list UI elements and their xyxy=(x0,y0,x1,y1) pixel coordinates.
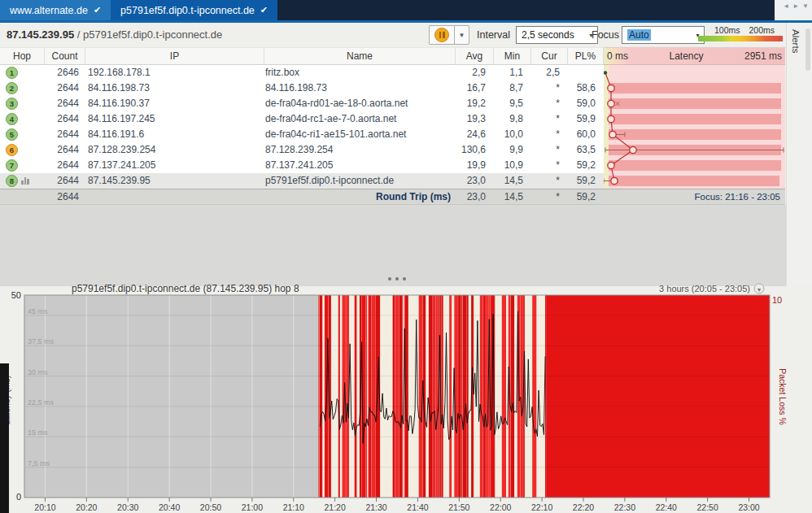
graph-range-label[interactable]: 3 hours (20:05 - 23:05) xyxy=(659,284,750,293)
timeline-graph-panel: 45 ms37,5 ms30 ms22,5 ms15 ms7,5 ms20:10… xyxy=(0,286,812,513)
column-header-hop[interactable]: Hop xyxy=(0,48,45,64)
column-header-cur[interactable]: Cur xyxy=(531,48,568,64)
table-row-hop-2[interactable]: 2264484.116.198.7384.116.198.7316,78,7*5… xyxy=(0,80,604,96)
table-row-hop-7[interactable]: 7264487.137.241.20587.137.241.20519,910,… xyxy=(0,158,604,173)
pause-button[interactable] xyxy=(429,25,454,45)
avg-cell: 2,9 xyxy=(456,65,494,80)
latency-color-legend: 100ms 200ms xyxy=(698,25,783,41)
svg-text:30 ms: 30 ms xyxy=(28,368,48,376)
tab-menu-icon[interactable]: ▼ xyxy=(802,2,809,10)
table-row-hop-8[interactable]: 8264487.145.239.95p5791ef5f.dip0.t-ipcon… xyxy=(0,173,604,189)
svg-text:37,5 ms: 37,5 ms xyxy=(28,337,55,346)
hop-status-icon: 2 xyxy=(6,82,18,94)
svg-text:22:50: 22:50 xyxy=(697,502,718,512)
name-cell: p5791ef5f.dip0.t-ipconnect.de xyxy=(264,173,456,189)
pause-icon xyxy=(434,28,449,42)
svg-text:15 ms: 15 ms xyxy=(28,428,48,437)
interval-label: Interval xyxy=(477,29,510,41)
count-cell: 2644 xyxy=(45,111,85,127)
trace-control-group: ▼ xyxy=(429,25,469,45)
column-header-pl[interactable]: PL% xyxy=(568,48,604,64)
name-cell: 84.116.198.73 xyxy=(264,80,456,96)
hop-cell: 6 xyxy=(0,142,45,158)
hop-status-icon: 6 xyxy=(6,144,18,156)
ip-cell: 84.116.190.37 xyxy=(85,96,264,111)
splitter-area[interactable] xyxy=(0,205,786,286)
pause-dropdown-button[interactable]: ▼ xyxy=(454,25,469,45)
count-cell: 2644 xyxy=(45,96,85,111)
alerts-scrollbar[interactable] xyxy=(805,28,810,71)
tab-bar: www.alternate.de ✔ p5791ef5f.dip0.t-ipco… xyxy=(0,0,775,20)
interval-select[interactable]: 2,5 seconds ▼ xyxy=(516,26,598,44)
tab-label: p5791ef5f.dip0.t-ipconnect.de xyxy=(120,5,255,16)
min-cell: 10,9 xyxy=(494,158,531,173)
tab-scroll-right-icon[interactable]: ► xyxy=(792,2,799,10)
focus-label: Focus xyxy=(592,29,619,41)
svg-text:10: 10 xyxy=(772,295,782,305)
tab-label: www.alternate.de xyxy=(10,5,88,16)
splitter-dots-icon[interactable] xyxy=(388,277,406,280)
svg-text:20:10: 20:10 xyxy=(34,502,55,512)
column-header-min[interactable]: Min xyxy=(494,48,531,64)
hop-status-icon: 4 xyxy=(6,113,18,125)
column-header-name[interactable]: Name xyxy=(264,48,456,64)
summary-min: 14,5 xyxy=(494,189,531,204)
hop-cell: 8 xyxy=(0,173,45,189)
table-header: HopCountIPNameAvgMinCurPL% xyxy=(0,47,604,65)
name-cell: de-fra04c-ri1-ae15-101.aorta.net xyxy=(264,127,456,142)
column-header-avg[interactable]: Avg xyxy=(456,48,494,64)
ip-cell: 87.145.239.95 xyxy=(85,173,264,189)
table-row-hop-6[interactable]: 6264487.128.239.25487.128.239.254130,69,… xyxy=(0,142,604,158)
svg-text:50: 50 xyxy=(11,290,21,300)
legend-200ms-label: 200ms xyxy=(749,25,775,35)
graph-title: p5791ef5f.dip0.t-ipconnect.de (87.145.23… xyxy=(72,283,299,294)
tab-scroll-left-icon[interactable]: ◄ xyxy=(783,2,789,10)
min-cell: 9,8 xyxy=(494,111,531,127)
latency-gradient-bar xyxy=(698,36,783,41)
pl-cell: 59,0 xyxy=(568,96,604,111)
table-row-hop-4[interactable]: 4264484.116.197.245de-fra04d-rc1-ae-7-0.… xyxy=(0,111,604,127)
hop-table-body: 12646192.168.178.1fritz.box2,91,12,52264… xyxy=(0,65,604,189)
tab-p5791ef5f[interactable]: p5791ef5f.dip0.t-ipconnect.de ✔ xyxy=(111,0,277,20)
latency-min-label: 0 ms xyxy=(607,50,628,62)
tab-www-alternate-de[interactable]: www.alternate.de ✔ xyxy=(0,0,111,20)
count-cell: 2644 xyxy=(45,158,85,173)
svg-text:22:30: 22:30 xyxy=(614,502,635,512)
column-header-ip[interactable]: IP xyxy=(85,48,264,64)
cur-cell: * xyxy=(531,111,568,127)
count-cell: 2644 xyxy=(45,80,85,96)
round-trip-summary-row: 2644 Round Trip (ms) 23,0 14,5 * 59,2 Fo… xyxy=(0,189,785,205)
summary-cur: * xyxy=(531,189,568,204)
tab-scroll-controls: ◄ ► ▼ xyxy=(775,0,812,20)
name-cell: de-fra04d-rc1-ae-7-0.aorta.net xyxy=(264,111,456,127)
name-cell: 87.128.239.254 xyxy=(264,142,456,158)
focus-select[interactable]: Auto ▼ xyxy=(622,26,705,44)
min-cell: 8,7 xyxy=(494,80,531,96)
svg-text:22:00: 22:00 xyxy=(490,502,511,512)
avg-cell: 16,7 xyxy=(456,80,494,96)
svg-text:21:00: 21:00 xyxy=(242,502,263,512)
avg-cell: 19,9 xyxy=(456,158,494,173)
min-cell: 14,5 xyxy=(494,173,531,189)
alerts-label: Alerts xyxy=(791,29,801,53)
timeline-chart[interactable]: 45 ms37,5 ms30 ms22,5 ms15 ms7,5 ms20:10… xyxy=(0,286,812,513)
hop-status-icon: 5 xyxy=(6,128,18,141)
table-row-hop-5[interactable]: 5264484.116.191.6de-fra04c-ri1-ae15-101.… xyxy=(0,127,604,142)
table-row-hop-1[interactable]: 12646192.168.178.1fritz.box2,91,12,5 xyxy=(0,65,604,80)
pl-cell: 59,2 xyxy=(568,173,604,189)
svg-text:21:20: 21:20 xyxy=(325,502,346,512)
round-trip-label: Round Trip (ms) xyxy=(264,189,456,204)
svg-text:45 ms: 45 ms xyxy=(28,307,48,315)
table-row-hop-3[interactable]: 3264484.116.190.37de-fra04a-rd01-ae-18-0… xyxy=(0,96,604,111)
avg-cell: 130,6 xyxy=(456,142,494,158)
cur-cell: 2,5 xyxy=(531,65,568,80)
pl-cell: 60,0 xyxy=(568,127,604,142)
hop-cell: 1 xyxy=(0,65,45,80)
hop-cell: 3 xyxy=(0,96,45,111)
latency-title: Latency xyxy=(669,50,703,62)
pingplotter-window: www.alternate.de ✔ p5791ef5f.dip0.t-ipco… xyxy=(0,0,812,513)
avg-cell: 19,3 xyxy=(456,111,494,127)
column-header-count[interactable]: Count xyxy=(45,48,85,64)
legend-100ms-label: 100ms xyxy=(714,25,740,35)
alerts-panel-tab[interactable]: Alerts xyxy=(786,23,812,286)
